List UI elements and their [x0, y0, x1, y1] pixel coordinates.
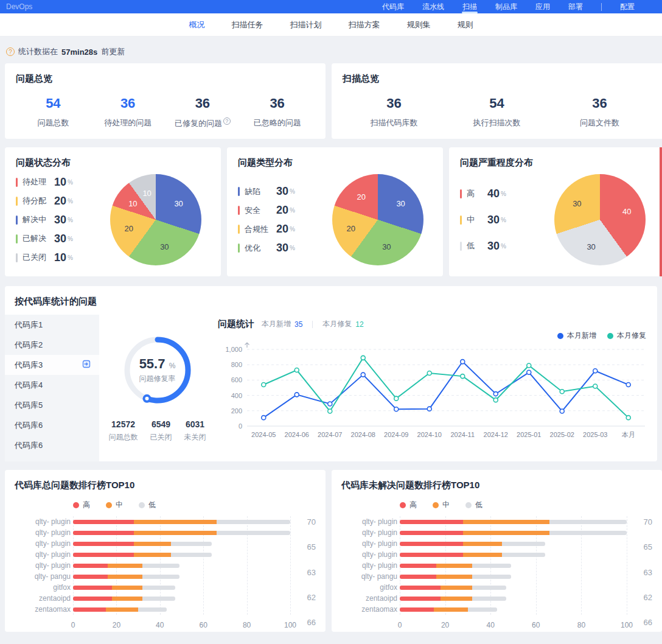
bar-segment-低 [472, 564, 510, 568]
svg-text:2025-02: 2025-02 [550, 431, 574, 438]
subnav-tab-概况[interactable]: 概况 [189, 19, 205, 30]
bar-segment-高 [400, 607, 434, 612]
gauge-stat: 6549已关闭 [150, 419, 172, 443]
legend-item-本月新增[interactable]: 本月新增 [557, 331, 596, 341]
legend-unit: % [68, 217, 73, 223]
topnav-item-配置[interactable]: 配置 [620, 0, 635, 13]
legend-value: 30 [487, 214, 500, 226]
legend-unit: % [68, 236, 73, 242]
info-icon[interactable]: ? [223, 117, 231, 125]
bar-segment-低 [171, 542, 212, 546]
gauge-stat: 12572问题总数 [109, 419, 138, 443]
legend-color-bar [16, 197, 18, 206]
pie-slice-value: 20 [357, 192, 365, 201]
bar-segment-低 [138, 607, 166, 612]
legend-dot [400, 502, 406, 508]
bar-segment-高 [73, 553, 134, 557]
bar-segment-低 [142, 586, 175, 590]
bar-segment-低 [142, 597, 175, 601]
pie-legend-item: 高40% [460, 187, 506, 200]
subnav-tab-扫描计划[interactable]: 扫描计划 [290, 19, 322, 30]
legend-label: 解决中 [23, 214, 52, 225]
x-tick-label: 60 [200, 621, 207, 629]
legend-item-中[interactable]: 中 [433, 500, 450, 510]
bar-segment-高 [73, 564, 108, 568]
bar-segment-中 [106, 607, 139, 612]
bar-row-label: zentaomax [361, 605, 397, 614]
svg-text:600: 600 [231, 376, 242, 383]
repo-label: 代码库3 [15, 360, 43, 371]
topnav-item-部署[interactable]: 部署 [568, 0, 583, 13]
repo-list-item[interactable]: 代码库6 [5, 415, 99, 435]
bar-segment-高 [400, 564, 436, 568]
repo-label: 代码库6 [15, 420, 43, 431]
stat: 54问题总数 [16, 96, 91, 129]
divider [312, 321, 313, 328]
topnav-item-流水线[interactable]: 流水线 [422, 0, 444, 13]
repo-list-item[interactable]: 代码库2 [5, 335, 99, 355]
pie-slice-value: 20 [125, 224, 133, 233]
legend-item-高[interactable]: 高 [400, 500, 417, 510]
subnav-tab-规则集[interactable]: 规则集 [407, 19, 431, 30]
legend-item-高[interactable]: 高 [73, 500, 90, 510]
legend-item-低[interactable]: 低 [465, 500, 483, 510]
bar-row: zentaoipd [73, 593, 290, 604]
severity-pie-chart: 403030 [554, 174, 646, 265]
topnav-item-扫描[interactable]: 扫描 [462, 0, 477, 13]
subnav-tab-扫描方案[interactable]: 扫描方案 [349, 19, 380, 30]
repo-list-item[interactable]: 代码库6 [5, 435, 99, 455]
svg-text:200: 200 [231, 407, 242, 415]
subnav-tab-规则[interactable]: 规则 [458, 19, 473, 30]
legend-text: 中 [116, 500, 123, 510]
enter-repo-icon[interactable] [82, 360, 91, 370]
bar-row: qlty- plugin [400, 538, 627, 549]
x-tick-label: 0 [398, 621, 402, 629]
legend-text: 本月修复 [617, 331, 646, 341]
bar-row: qlty- plugin [400, 516, 627, 527]
topnav-item-应用[interactable]: 应用 [535, 0, 550, 13]
topnav-item-代码库[interactable]: 代码库 [382, 0, 404, 13]
legend-item-本月修复[interactable]: 本月修复 [607, 331, 646, 341]
repo-list-item[interactable]: 代码库4 [5, 375, 99, 395]
bar-segment-高 [73, 531, 134, 535]
scan-overview-stats: 36扫描代码库数54执行扫描次数36问题文件数 [343, 96, 651, 128]
top10-total-legend: 高中低 [73, 500, 317, 510]
top10-total-card: 代码库总问题数排行榜TOP10 高中低 qlty- pluginqlty- pl… [5, 470, 326, 632]
top-nav-items: 代码库流水线扫描制品库应用部署配置 [382, 0, 635, 13]
issue-overview-card: 问题总览 54问题总数36待处理的问题36已修复的问题?36已忽略的问题 [5, 63, 326, 139]
pie-slice-value: 30 [174, 198, 183, 208]
legend-item-低[interactable]: 低 [139, 500, 156, 510]
help-icon[interactable]: ? [6, 47, 15, 56]
bar-segment-低 [549, 531, 627, 535]
legend-item-中[interactable]: 中 [106, 500, 123, 510]
legend-unit: % [68, 254, 73, 261]
x-tick-label: 100 [621, 621, 633, 629]
right-value: 70 [644, 517, 652, 527]
svg-text:2024-12: 2024-12 [484, 431, 508, 438]
right-value: 63 [307, 568, 316, 577]
legend-label: 待处理 [23, 177, 52, 187]
legend-text: 中 [442, 500, 450, 510]
repo-label: 代码库6 [15, 440, 43, 451]
type-pie-legend: 缺陷30%安全20%合规性20%优化30% [238, 185, 295, 254]
top10-row: 代码库总问题数排行榜TOP10 高中低 qlty- pluginqlty- pl… [0, 470, 662, 632]
bar-row: gitfox [400, 582, 627, 593]
bar-row-label: qlty- plugin [35, 539, 71, 548]
legend-value: 20 [276, 223, 288, 236]
repo-list-item[interactable]: 代码库5 [5, 395, 99, 415]
legend-unit: % [501, 243, 506, 250]
topnav-item-制品库[interactable]: 制品库 [495, 0, 517, 13]
topnav-separator [601, 3, 602, 11]
pie-legend-item: 优化30% [238, 242, 295, 254]
pie-slice-value: 30 [382, 242, 391, 251]
bar-segment-高 [400, 586, 441, 590]
top-nav-bar: DevOps 代码库流水线扫描制品库应用部署配置 [0, 0, 662, 13]
repo-list-item[interactable]: 代码库1 [5, 315, 99, 335]
pie-slice-value: 10 [142, 188, 151, 197]
repo-list-item[interactable]: 代码库3 [5, 355, 99, 375]
legend-dot [465, 502, 472, 508]
svg-text:400: 400 [231, 392, 242, 399]
subnav-tab-扫描任务[interactable]: 扫描任务 [232, 19, 263, 30]
brand-devops[interactable]: DevOps [6, 2, 32, 11]
svg-text:2024-07: 2024-07 [318, 431, 342, 438]
